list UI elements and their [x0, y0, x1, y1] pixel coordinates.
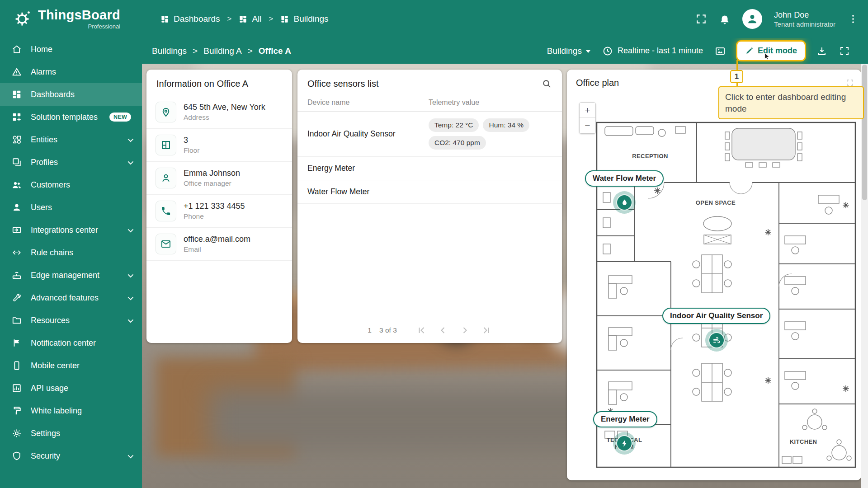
- table-row[interactable]: Indoor Air Quality Sensor Temp: 22 °C Hu…: [297, 112, 562, 157]
- chevron-down-icon: [128, 226, 134, 232]
- device-name: Indoor Air Quality Sensor: [307, 129, 429, 139]
- fullscreen-icon[interactable]: [839, 46, 850, 56]
- table-row[interactable]: Energy Meter: [297, 157, 562, 180]
- sidebar-item-notification-center[interactable]: Notification center: [0, 332, 142, 354]
- notification-flag-icon: [12, 338, 22, 348]
- sidebar-item-entities[interactable]: Entities: [0, 128, 142, 151]
- mobile-icon: [12, 361, 22, 371]
- marker-water-flow-meter[interactable]: [613, 191, 636, 214]
- chevron-down-icon: [128, 136, 134, 142]
- table-row[interactable]: Water Flow Meter: [297, 180, 562, 204]
- sidebar-item-mobile-center[interactable]: Mobile center: [0, 354, 142, 377]
- room-label-reception: RECEPTION: [625, 153, 675, 160]
- info-row-floor: 3Floor: [146, 129, 292, 162]
- notifications-bell-icon[interactable]: [719, 13, 731, 25]
- marker-energy-meter[interactable]: [613, 432, 636, 455]
- marker-indoor-air-quality-sensor[interactable]: [705, 329, 728, 352]
- white-labeling-icon: [12, 406, 22, 416]
- breadcrumb-all[interactable]: All: [239, 14, 261, 24]
- map-zoom-control: + −: [579, 102, 596, 134]
- app-name: ThingsBoard: [38, 9, 120, 22]
- integrations-icon: [12, 225, 22, 235]
- air-icon: [712, 336, 721, 345]
- marker-label-energy-meter[interactable]: Energy Meter: [593, 411, 657, 427]
- rule-chains-icon: [12, 248, 22, 258]
- zoom-out-button[interactable]: −: [580, 118, 595, 133]
- sidebar-item-white-labeling[interactable]: White labeling: [0, 399, 142, 422]
- sidebar-item-advanced-features[interactable]: Advanced features: [0, 286, 142, 309]
- sidebar-item-dashboards[interactable]: Dashboards: [0, 83, 142, 106]
- scrollbar-thumb[interactable]: [862, 65, 867, 200]
- info-widget-title: Information on Office A: [146, 70, 292, 96]
- crumb-buildings[interactable]: Buildings: [152, 46, 187, 56]
- app-logo[interactable]: ThingsBoard Professional: [0, 9, 120, 30]
- breadcrumb-separator: >: [227, 14, 231, 23]
- sidebar-item-security[interactable]: Security: [0, 445, 142, 467]
- next-page-icon[interactable]: [459, 325, 470, 336]
- gallery-image-icon[interactable]: [715, 46, 726, 56]
- info-row-email: office.a@mail.comEmail: [146, 228, 292, 261]
- alarms-icon: [12, 67, 22, 77]
- breadcrumb-separator: >: [248, 46, 253, 56]
- zoom-in-button[interactable]: +: [580, 103, 595, 118]
- office-plan-widget: Office plan + −: [567, 70, 861, 480]
- first-page-icon[interactable]: [416, 325, 427, 336]
- dashboard-icon: [280, 15, 289, 23]
- dashboard-group-icon: [239, 15, 247, 23]
- marker-label-indoor-air-quality-sensor[interactable]: Indoor Air Quality Sensor: [662, 308, 770, 324]
- sidebar-item-edge-management[interactable]: Edge management: [0, 264, 142, 286]
- sidebar-item-settings[interactable]: Settings: [0, 422, 142, 445]
- sidebar-item-profiles[interactable]: Profiles: [0, 151, 142, 174]
- edit-mode-button[interactable]: Edit mode 1 Click to enter dashboard edi…: [737, 42, 805, 60]
- user-menu[interactable]: John Doe Tenant administrator: [774, 10, 835, 28]
- location-pin-icon: [156, 102, 176, 122]
- info-row-phone: +1 121 333 4455Phone: [146, 195, 292, 228]
- column-device-name: Device name: [307, 99, 429, 107]
- fullscreen-icon[interactable]: [695, 13, 707, 25]
- advanced-features-icon: [12, 293, 22, 303]
- plan-widget-title: Office plan: [576, 78, 619, 88]
- widget-expand-icon[interactable]: [846, 79, 854, 87]
- sidebar-item-resources[interactable]: Resources: [0, 309, 142, 332]
- sidebar-item-solution-templates[interactable]: Solution templatesNEW: [0, 106, 142, 128]
- person-icon: [156, 168, 176, 188]
- sidebar-item-alarms[interactable]: Alarms: [0, 61, 142, 83]
- home-icon: [12, 44, 22, 54]
- user-avatar[interactable]: [742, 9, 762, 29]
- entity-select[interactable]: Buildings: [547, 46, 590, 56]
- user-name: John Doe: [774, 10, 835, 20]
- marker-label-water-flow-meter[interactable]: Water Flow Meter: [585, 170, 664, 187]
- background-photo: [210, 389, 617, 452]
- telemetry-chips: Temp: 22 °C Hum: 34 % CO2: 470 ppm: [429, 118, 552, 150]
- search-icon[interactable]: [542, 79, 552, 89]
- sensors-list-widget: Office sensors list Device name Telemetr…: [297, 70, 562, 343]
- breadcrumb-buildings[interactable]: Buildings: [280, 14, 328, 24]
- dashboard-canvas: Information on Office A 645 5th Ave, New…: [142, 64, 868, 488]
- download-icon[interactable]: [816, 46, 827, 56]
- dashboard-toolbar: Buildings > Building A > Office A Buildi…: [142, 38, 868, 64]
- sidebar-item-users[interactable]: Users: [0, 196, 142, 219]
- phone-icon: [156, 201, 176, 221]
- api-usage-icon: [12, 383, 22, 393]
- top-app-bar: ThingsBoard Professional Dashboards > Al…: [0, 0, 868, 38]
- sidebar-item-integrations-center[interactable]: Integrations center: [0, 219, 142, 241]
- chevron-down-icon: [128, 452, 134, 458]
- info-row-address: 645 5th Ave, New YorkAddress: [146, 96, 292, 129]
- sidebar-item-rule-chains[interactable]: Rule chains: [0, 241, 142, 264]
- breadcrumb-dashboards[interactable]: Dashboards: [160, 14, 220, 24]
- chevron-down-icon: [128, 272, 134, 277]
- vertical-scrollbar[interactable]: [861, 64, 868, 488]
- sidebar-item-home[interactable]: Home: [0, 38, 142, 61]
- customers-icon: [12, 180, 22, 190]
- crumb-building-a[interactable]: Building A: [203, 46, 242, 56]
- last-page-icon[interactable]: [481, 325, 492, 336]
- room-label-kitchen: KITCHEN: [778, 438, 828, 445]
- sidebar-item-api-usage[interactable]: API usage: [0, 377, 142, 399]
- header-breadcrumb: Dashboards > All > Buildings: [160, 0, 329, 38]
- tutorial-tooltip: Click to enter dashboard editing mode: [718, 86, 864, 119]
- kebab-menu-icon[interactable]: [847, 13, 859, 25]
- clock-icon: [602, 46, 613, 56]
- sidebar-item-customers[interactable]: Customers: [0, 174, 142, 196]
- timewindow-button[interactable]: Realtime - last 1 minute: [602, 46, 703, 56]
- previous-page-icon[interactable]: [438, 325, 448, 336]
